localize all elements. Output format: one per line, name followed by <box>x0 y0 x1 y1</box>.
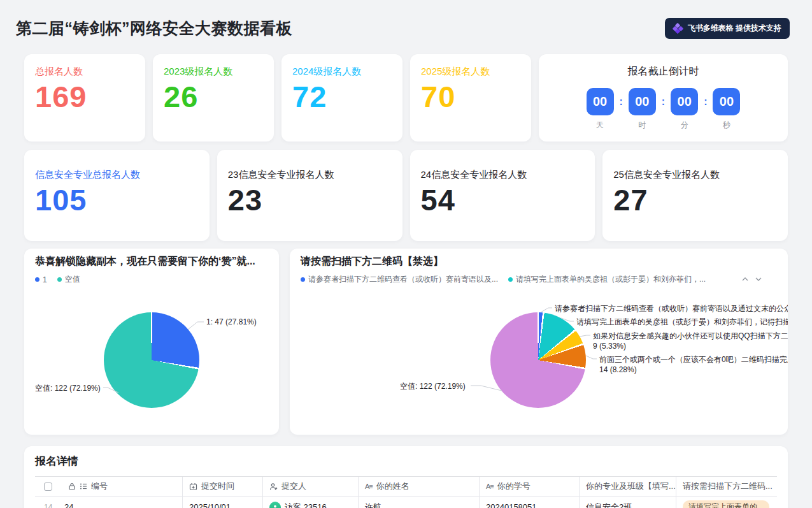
select-all-checkbox[interactable] <box>44 483 52 491</box>
chart-legend: 请参赛者扫描下方二维码查看（或收听）赛前寄语以及... 请填写完上面表单的吴彦祖… <box>301 274 750 285</box>
pie-chart[interactable] <box>490 312 586 408</box>
cell-student-id: 20240158051 <box>486 502 537 508</box>
chart-title: 恭喜解锁隐藏副本，现在只需要留下你的‘赞”就... <box>35 255 255 268</box>
chart-legend: 1 空值 <box>35 274 241 285</box>
chevron-down-icon[interactable] <box>755 275 762 283</box>
legend-dot-icon <box>508 277 513 282</box>
legend-item[interactable]: 请填写完上面表单的吴彦祖（或彭于晏）和刘亦菲们，... <box>508 274 706 285</box>
stat-card-2023: 2023级报名人数 26 <box>153 54 274 142</box>
legend-item[interactable]: 空值 <box>57 274 80 285</box>
pie-callout-value: 9 (5.33%) <box>593 342 626 351</box>
option-tag: 请填写完上面表单的... <box>683 500 769 508</box>
cell-submit-time: 2025/10/01 <box>189 502 231 508</box>
chevron-up-icon[interactable] <box>741 275 749 283</box>
stat-card-infosec-25: 25信息安全专业报名人数 27 <box>602 150 788 241</box>
text-field-icon: A≡ <box>486 483 494 490</box>
stat-label: 2024级报名人数 <box>292 66 392 78</box>
stat-label: 23信息安全专业报名人数 <box>228 169 392 181</box>
cell-submitter: 访客 23516 <box>285 502 327 508</box>
column-header-label[interactable]: 编号 <box>91 481 108 492</box>
stat-value: 23 <box>228 184 392 217</box>
dashboard-page: 第二届“铸剑杯”网络安全大赛数据看板 飞书多维表格 提供技术支持 总报名人数 1… <box>0 0 812 508</box>
countdown-minutes-unit: 分 <box>681 120 688 131</box>
stat-card-infosec-total: 信息安全专业总报名人数 105 <box>24 150 210 241</box>
registration-table: 编号 提交时间 提交人 A≡ 你的姓名 A≡ <box>35 476 777 508</box>
stat-label: 2023级报名人数 <box>164 66 263 78</box>
countdown-seconds: 00 <box>713 88 740 115</box>
person-add-icon <box>269 483 278 491</box>
calendar-add-icon <box>189 483 197 491</box>
legend-dot-icon <box>57 277 62 282</box>
avatar <box>269 502 281 508</box>
countdown-hours: 00 <box>629 88 656 115</box>
countdown-separator: : <box>704 88 707 115</box>
stat-label: 2025级报名人数 <box>421 66 520 78</box>
stat-value: 26 <box>164 80 263 113</box>
pie-callout: 前面三个或两个或一个（应该不会有0吧）二维码扫描完成后，请点... <box>599 354 788 365</box>
pie-callout: 空值: 122 (72.19%) <box>35 383 101 394</box>
stat-card-infosec-23: 23信息安全专业报名人数 23 <box>217 150 402 241</box>
autonumber-icon <box>80 483 87 490</box>
countdown-seconds-unit: 秒 <box>723 120 730 131</box>
countdown-boxes: 00 天 : 00 时 : 00 分 : 00 秒 <box>545 88 781 131</box>
pie-chart-panel-qrcode: 请按需扫描下方二维码【禁选】 请参赛者扫描下方二维码查看（或收听）赛前寄语以及.… <box>290 249 788 435</box>
stat-card-2024: 2024级报名人数 72 <box>281 54 402 142</box>
legend-item[interactable]: 1 <box>35 275 47 284</box>
cell-id: 24 <box>64 502 73 508</box>
column-header-label[interactable]: 你的姓名 <box>376 481 410 492</box>
registration-table-card: 报名详情 编号 提交时间 <box>24 446 788 508</box>
charts-row: 恭喜解锁隐藏副本，现在只需要留下你的‘赞”就... 1 空值 1: 47 (27… <box>24 249 788 435</box>
pie-callout: 请参赛者扫描下方二维码查看（或收听）赛前寄语以及通过文末的公众号推文... <box>555 303 788 314</box>
chart-title: 请按需扫描下方二维码【禁选】 <box>301 255 443 268</box>
pie-callout: 如果对信息安全感兴趣的小伙伴还可以使用QQ扫描下方二维码加入... <box>593 331 788 342</box>
row-number: 14 <box>44 503 61 508</box>
legend-item[interactable]: 请参赛者扫描下方二维码查看（或收听）赛前寄语以及... <box>301 274 498 285</box>
text-field-icon: A≡ <box>365 483 373 490</box>
stat-value: 70 <box>421 80 520 113</box>
column-header-label[interactable]: 你的学号 <box>497 481 531 492</box>
cell-major-class: 信息安全2班 <box>586 502 632 508</box>
legend-pager <box>741 275 762 283</box>
feishu-base-logo-icon <box>673 24 683 33</box>
countdown-days-unit: 天 <box>596 120 604 131</box>
stat-card-2025: 2025级报名人数 70 <box>410 54 531 142</box>
countdown-separator: : <box>620 88 623 115</box>
column-header-label[interactable]: 你的专业及班级【填写... <box>586 481 676 492</box>
table-row[interactable]: 14 24 2025/10/01 访客 23516 许航 20240158051… <box>35 497 777 508</box>
legend-label: 1 <box>43 275 47 284</box>
page-header: 第二届“铸剑杯”网络安全大赛数据看板 飞书多维表格 提供技术支持 <box>16 18 790 39</box>
cell-name: 许航 <box>365 502 381 508</box>
countdown-card: 报名截止倒计时 00 天 : 00 时 : 00 分 : 00 秒 <box>539 54 788 142</box>
column-header-label[interactable]: 提交时间 <box>201 481 234 492</box>
stats-row-2: 信息安全专业总报名人数 105 23信息安全专业报名人数 23 24信息安全专业… <box>24 150 788 241</box>
pie-callout-value: 14 (8.28%) <box>599 365 637 374</box>
stat-value: 72 <box>292 80 392 113</box>
pie-chart-panel-likes: 恭喜解锁隐藏副本，现在只需要留下你的‘赞”就... 1 空值 1: 47 (27… <box>24 249 279 435</box>
legend-label: 请填写完上面表单的吴彦祖（或彭于晏）和刘亦菲们，... <box>516 274 706 285</box>
countdown-days: 00 <box>587 88 614 115</box>
badge-label: 飞书多维表格 提供技术支持 <box>688 23 781 34</box>
column-header-label[interactable]: 请按需扫描下方二维码... <box>683 481 773 492</box>
legend-label: 空值 <box>65 274 80 285</box>
stat-card-infosec-24: 24信息安全专业报名人数 54 <box>410 150 595 241</box>
countdown-separator: : <box>662 88 665 115</box>
legend-dot-icon <box>35 277 39 282</box>
column-header-label[interactable]: 提交人 <box>281 481 306 492</box>
page-title: 第二届“铸剑杯”网络安全大赛数据看板 <box>16 18 292 39</box>
pie-callout: 空值: 122 (72.19%) <box>400 381 466 392</box>
pie-chart[interactable] <box>104 312 199 408</box>
stat-label: 24信息安全专业报名人数 <box>421 169 585 181</box>
stat-value: 169 <box>35 80 134 113</box>
countdown-minutes: 00 <box>671 88 698 115</box>
table-header-row: 编号 提交时间 提交人 A≡ 你的姓名 A≡ <box>35 477 777 497</box>
stat-value: 54 <box>421 184 585 217</box>
feishu-badge[interactable]: 飞书多维表格 提供技术支持 <box>665 18 790 39</box>
countdown-hours-unit: 时 <box>638 120 646 131</box>
countdown-title: 报名截止倒计时 <box>545 65 781 78</box>
legend-label: 请参赛者扫描下方二维码查看（或收听）赛前寄语以及... <box>308 274 498 285</box>
stat-label: 25信息安全专业报名人数 <box>613 169 777 181</box>
lock-icon <box>68 483 76 490</box>
stat-value: 105 <box>35 184 199 217</box>
legend-dot-icon <box>301 277 305 282</box>
stat-card-total: 总报名人数 169 <box>24 54 145 142</box>
